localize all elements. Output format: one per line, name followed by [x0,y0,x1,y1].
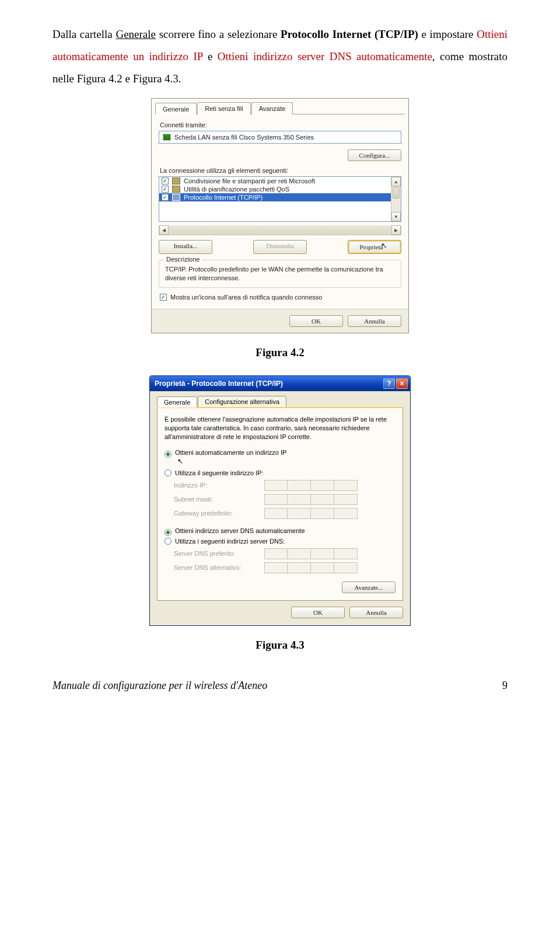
scroll-track[interactable] [169,225,391,235]
ip-input [264,480,358,491]
component-icon [172,177,180,184]
figure-caption-1: Figura 4.2 [52,346,508,359]
checkbox-icon[interactable]: ✓ [162,186,169,193]
scroll-track[interactable] [391,199,401,212]
component-icon [172,194,180,201]
text: Dalla cartella [52,28,116,40]
help-button[interactable]: ? [383,378,395,389]
tab-generale[interactable]: Generale [157,396,197,408]
ip-input [264,562,358,573]
network-properties-dialog: Generale Reti senza fili Avanzate Connet… [151,98,409,333]
nic-icon [163,134,171,141]
page-footer: Manuale di configurazione per il wireles… [52,680,508,692]
field-label: Gateway predefinito: [174,510,264,517]
cancel-button[interactable]: Annulla [348,315,401,327]
radio-label: Ottieni automaticamente un indirizzo IP [175,449,286,456]
nic-combo[interactable]: Scheda LAN senza fili Cisco Systems 350 … [159,131,401,144]
tcpip-properties-dialog: Proprietà - Protocollo Internet (TCP/IP)… [149,375,411,626]
radio-on-icon [164,529,172,536]
scroll-up-icon[interactable]: ▲ [391,177,401,186]
radio-label: Ottieni indirizzo server DNS automaticam… [175,527,305,534]
tab-reti[interactable]: Reti senza fili [197,102,250,114]
radio-ip-manual[interactable]: Utilizza il seguente indirizzo IP: [164,469,396,476]
item-label: Utilità di pianificazione pacchetti QoS [184,186,289,193]
radio-dns-auto[interactable]: Ottieni indirizzo server DNS automaticam… [164,527,396,536]
text: e [203,50,218,62]
ip-input [264,548,358,559]
word-generale: Generale [116,28,156,40]
ip-input [264,508,358,519]
horizontal-scrollbar[interactable]: ◀ ▶ [159,225,401,235]
title-text: Proprietà - Protocollo Internet (TCP/IP) [155,380,283,388]
close-button[interactable]: × [396,378,408,389]
item-label: Protocollo Internet (TCP/IP) [184,194,262,201]
uninstall-button: Disinstalla [253,240,307,254]
ok-button[interactable]: OK [289,315,343,327]
protocol-name: Protocollo Internet (TCP/IP) [281,28,418,40]
usa-label: La connessione utilizza gli elementi seg… [160,167,401,174]
list-item[interactable]: ✓ Condivisione file e stampanti per reti… [159,177,401,185]
field-label: Subnet mask: [174,496,264,503]
checkbox-icon[interactable]: ✓ [162,177,169,184]
components-list[interactable]: ✓ Condivisione file e stampanti per reti… [159,176,401,222]
show-tray-row[interactable]: ✓ Mostra un'icona sull'area di notifica … [160,294,400,301]
tab-bar: Generale Configurazione alternativa [157,396,403,407]
tab-bar: Generale Reti senza fili Avanzate [152,99,408,114]
vertical-scrollbar[interactable]: ▲ ▼ [391,177,401,221]
item-label: Condivisione file e stampanti per reti M… [184,177,315,184]
cursor-icon: ↖ [381,241,387,250]
group-caption: Descrizione [164,256,202,263]
radio-off-icon [164,469,172,476]
radio-on-icon [164,451,172,458]
text: scorrere fino a selezionare [156,28,281,40]
radio-off-icon [164,538,172,545]
checkbox-label: Mostra un'icona sull'area di notifica qu… [170,294,322,301]
field-dns1: Server DNS preferito: [174,548,396,559]
radio-ip-auto[interactable]: Ottieni automaticamente un indirizzo IP [164,449,396,458]
scroll-thumb[interactable] [393,187,400,199]
field-gateway: Gateway predefinito: [174,508,396,519]
page-number: 9 [502,680,508,692]
option-2: Ottieni indirizzo server DNS automaticam… [218,50,432,62]
install-button[interactable]: Installa... [159,240,212,254]
scroll-right-icon[interactable]: ▶ [391,225,401,235]
cursor-icon: ↖ [177,457,408,465]
footer-title: Manuale di configurazione per il wireles… [52,680,267,692]
tab-generale[interactable]: Generale [155,103,197,115]
field-label: Server DNS alternativo: [174,564,264,571]
config-button[interactable]: Configura... [348,149,401,161]
field-mask: Subnet mask: [174,494,396,505]
title-bar[interactable]: Proprietà - Protocollo Internet (TCP/IP)… [150,376,410,391]
field-label: Server DNS preferito: [174,550,264,557]
connetti-label: Connetti tramite: [160,121,401,128]
list-item-selected[interactable]: ✓ Protocollo Internet (TCP/IP) [159,193,401,201]
field-dns2: Server DNS alternativo: [174,562,396,573]
description-group: Descrizione TCP/IP. Protocollo predefini… [159,260,401,288]
tab-alt-config[interactable]: Configurazione alternativa [198,396,286,407]
properties-button[interactable]: Proprietà↖ [348,240,401,254]
intro-text: È possibile ottenere l'assegnazione auto… [164,415,396,442]
field-label: Indirizzo IP: [174,482,264,489]
tab-panel: È possibile ottenere l'assegnazione auto… [157,407,403,601]
radio-label: Utilizza il seguente indirizzo IP: [175,469,264,476]
checkbox-icon[interactable]: ✓ [160,294,167,301]
checkbox-icon[interactable]: ✓ [162,194,169,201]
scroll-down-icon[interactable]: ▼ [391,212,401,221]
field-ip: Indirizzo IP: [174,480,396,491]
advanced-button[interactable]: Avanzate... [342,582,396,593]
text: e impostare [418,28,477,40]
radio-dns-manual[interactable]: Utilizza i seguenti indirizzi server DNS… [164,538,396,545]
component-icon [172,186,180,193]
ip-input [264,494,358,505]
cancel-button[interactable]: Annulla [349,607,403,618]
instruction-paragraph: Dalla cartella Generale scorrere fino a … [52,23,508,90]
radio-label: Utilizza i seguenti indirizzi server DNS… [175,538,285,545]
description-text: TCP/IP. Protocollo predefinito per le WA… [165,265,395,283]
figure-caption-2: Figura 4.3 [52,639,508,652]
ok-button[interactable]: OK [291,607,345,618]
tab-avanzate[interactable]: Avanzate [251,102,293,114]
scroll-left-icon[interactable]: ◀ [159,225,169,235]
nic-name: Scheda LAN senza fili Cisco Systems 350 … [174,134,314,141]
list-item[interactable]: ✓ Utilità di pianificazione pacchetti Qo… [159,185,401,193]
